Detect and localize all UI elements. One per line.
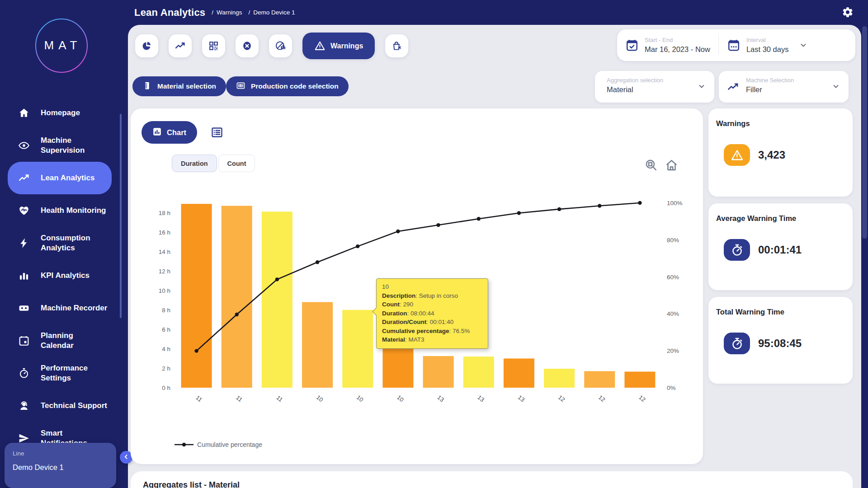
aggregation-select[interactable]: Aggregation selection Material: [595, 71, 714, 103]
pareto-bar[interactable]: [302, 302, 333, 388]
chevron-down-icon: [697, 82, 706, 91]
sidebar-scrollbar[interactable]: [120, 114, 122, 318]
breadcrumb-warnings[interactable]: /Warnings: [212, 9, 242, 16]
sidebar-item-health-monitoring[interactable]: Health Monitoring: [8, 194, 112, 227]
sidebar-item-kpi-analytics[interactable]: KPI Analytics: [8, 259, 112, 292]
bolt-icon: [18, 237, 30, 249]
cancel-button[interactable]: [236, 34, 259, 57]
pareto-bar[interactable]: [222, 206, 252, 388]
calendar-icon: [18, 335, 30, 347]
cumulative-point[interactable]: [396, 230, 400, 233]
table-view-button[interactable]: [210, 126, 224, 139]
stat-value: 3,423: [758, 149, 785, 161]
cumulative-point[interactable]: [477, 217, 481, 221]
pareto-bar[interactable]: [544, 369, 575, 388]
eye-icon: [18, 140, 30, 151]
stat-value: 95:08:45: [758, 337, 802, 350]
pareto-bar[interactable]: [624, 371, 655, 388]
production-code-selection-button[interactable]: Production code selection: [226, 76, 349, 96]
pareto-bar[interactable]: [262, 211, 292, 388]
device-panel-value: Demo Device 1: [13, 463, 108, 472]
sidebar-item-performance-settings[interactable]: Performance Settings: [8, 357, 112, 389]
app-root: Lean Analytics /Warnings /Demo Device 1 …: [0, 0, 868, 488]
sidebar-item-planning-calendar[interactable]: Planning Calendar: [8, 324, 112, 357]
trend-button[interactable]: [169, 34, 192, 57]
chart-view-button[interactable]: Chart: [142, 121, 197, 144]
interval-label: Interval: [746, 37, 789, 43]
chevron-down-icon: [799, 41, 808, 50]
sidebar-item-technical-support[interactable]: Technical Support: [8, 389, 112, 422]
right-axis-tick: 20%: [667, 347, 679, 354]
table-icon: [210, 134, 224, 141]
toggle-duration[interactable]: Duration: [172, 155, 217, 172]
pareto-bar[interactable]: [504, 358, 534, 388]
pareto-bar[interactable]: [342, 310, 373, 388]
cumulative-point[interactable]: [436, 223, 440, 227]
cumulative-point[interactable]: [275, 277, 279, 281]
sidebar-item-label: Homepage: [41, 108, 80, 118]
cumulative-point[interactable]: [356, 244, 359, 248]
x-axis-label: 12: [557, 394, 566, 404]
legend-label[interactable]: Cumulative percentage: [197, 441, 262, 448]
zoom-select-icon[interactable]: [644, 158, 658, 172]
x-axis-label: 13: [517, 394, 526, 404]
warnings-button[interactable]: Warnings: [302, 33, 375, 59]
trend-icon: [175, 40, 186, 52]
left-axis-tick: 0 h: [162, 385, 170, 391]
cumulative-point[interactable]: [517, 211, 521, 215]
stat-card-average-warning-time: Average Warning Time00:01:41: [708, 203, 853, 290]
sidebar-item-lean-analytics[interactable]: Lean Analytics: [8, 162, 112, 194]
home-icon: [18, 107, 30, 119]
lost-production-button[interactable]: [385, 34, 408, 57]
right-axis-tick: 80%: [667, 237, 679, 244]
scrollbar-thumb[interactable]: [862, 26, 867, 239]
stat-card-warnings: Warnings3,423: [708, 108, 853, 197]
pie-chart-button[interactable]: [135, 34, 158, 57]
reset-home-icon[interactable]: [665, 158, 679, 172]
settings-gear-icon[interactable]: [842, 6, 854, 18]
sidebar-item-homepage[interactable]: Homepage: [8, 97, 112, 129]
cumulative-point[interactable]: [638, 201, 642, 205]
date-range-container: Start - End Mar 16, 2023 - Now Interval …: [617, 29, 855, 61]
left-axis-tick: 8 h: [162, 307, 170, 314]
sidebar-item-consumption-analytics[interactable]: Consumption Analytics: [8, 227, 112, 259]
sidebar-item-machine-recorder[interactable]: Machine Recorder: [8, 292, 112, 324]
no-data-button[interactable]: [269, 34, 292, 57]
left-axis-tick: 14 h: [159, 249, 170, 255]
breadcrumb-device[interactable]: /Demo Device 1: [249, 9, 295, 16]
interval-field[interactable]: Interval Last 30 days: [719, 37, 816, 54]
pareto-bar[interactable]: [423, 356, 454, 388]
pareto-bar[interactable]: [584, 371, 615, 388]
pareto-bar[interactable]: [463, 357, 494, 388]
sidebar-item-label: Machine Recorder: [41, 303, 107, 313]
machine-select[interactable]: Machine Selection Filler: [719, 71, 849, 103]
calendar-check-icon: [625, 38, 639, 52]
stat-value: 00:01:41: [758, 244, 802, 256]
left-axis-tick: 2 h: [162, 365, 170, 372]
pareto-bar[interactable]: [181, 204, 212, 388]
left-axis-tick: 12 h: [159, 268, 170, 275]
toggle-count[interactable]: Count: [218, 155, 255, 172]
qr-code-button[interactable]: [202, 34, 225, 57]
sidebar-item-machine-supervision[interactable]: Machine Supervision: [8, 129, 112, 162]
sidebar-item-label: KPI Analytics: [41, 271, 90, 281]
start-end-field[interactable]: Start - End Mar 16, 2023 - Now: [617, 37, 718, 54]
device-panel-label: Line: [13, 450, 108, 457]
bag-x-icon: [391, 40, 402, 52]
material-selection-button[interactable]: Material selection: [132, 76, 226, 96]
right-axis-tick: 100%: [667, 200, 683, 206]
chart-tooltip: 10 Description: Setup in corsoCount: 290…: [376, 278, 488, 349]
cumulative-point[interactable]: [557, 207, 561, 211]
cumulative-point[interactable]: [598, 204, 601, 207]
header: Lean Analytics /Warnings /Demo Device 1: [134, 0, 295, 25]
cumulative-point[interactable]: [235, 313, 239, 316]
page-scrollbar[interactable]: [861, 0, 868, 488]
svg-text:MAT: MAT: [44, 38, 82, 52]
pie-chart-icon: [141, 40, 152, 52]
aggregates-list-card: Aggregates list - Material: [131, 471, 853, 488]
trend-icon: [727, 81, 739, 93]
cumulative-point[interactable]: [194, 349, 198, 352]
cumulative-point[interactable]: [316, 260, 319, 264]
right-axis-tick: 0%: [667, 385, 676, 391]
left-axis-tick: 16 h: [159, 229, 170, 236]
